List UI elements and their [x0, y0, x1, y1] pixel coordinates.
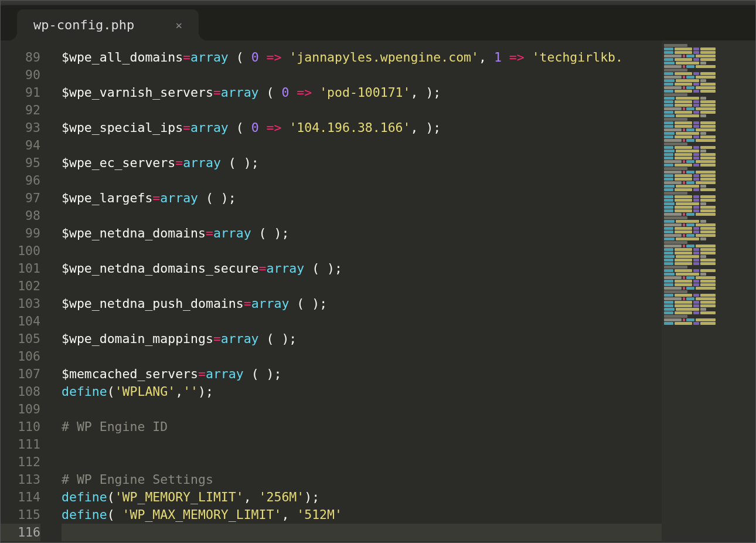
minimap-row [664, 301, 753, 304]
minimap-row [664, 107, 753, 110]
minimap-row [664, 202, 753, 205]
minimap-row [664, 318, 753, 321]
line-number: 105 [1, 330, 40, 348]
minimap-row [664, 220, 753, 223]
minimap-row [664, 114, 753, 117]
minimap-row [664, 93, 753, 96]
code-line[interactable] [62, 401, 662, 418]
minimap-row [664, 135, 753, 138]
code-line[interactable] [62, 313, 662, 330]
minimap-row [664, 164, 753, 167]
minimap-row [664, 273, 753, 276]
minimap-row [664, 192, 753, 195]
code-line[interactable]: define( 'WP_MAX_MEMORY_LIMIT', '512M' [62, 506, 662, 524]
minimap-row [664, 121, 753, 124]
minimap-row [664, 216, 753, 219]
code-line[interactable]: # WP Engine Settings [62, 471, 662, 488]
code-line[interactable]: # WP Engine ID [62, 418, 662, 436]
editor-container: 8990919293949596979899100101102103104105… [1, 40, 755, 542]
minimap[interactable] [662, 40, 755, 542]
minimap-row [664, 97, 753, 100]
line-number: 89 [1, 49, 40, 66]
code-line[interactable]: $memcached_servers=array ( ); [62, 365, 662, 383]
minimap-row [664, 65, 753, 68]
minimap-row [664, 128, 753, 131]
line-number: 114 [1, 488, 40, 506]
minimap-row [664, 76, 753, 79]
minimap-row [664, 171, 753, 174]
code-line[interactable]: $wpe_netdna_domains_secure=array ( ); [62, 260, 662, 277]
line-number: 104 [1, 313, 40, 330]
code-line[interactable] [62, 207, 662, 225]
code-line[interactable] [62, 137, 662, 154]
minimap-row [664, 142, 753, 145]
code-line[interactable]: define('WP_MEMORY_LIMIT', '256M'); [62, 488, 662, 506]
minimap-row [664, 248, 753, 251]
minimap-row [664, 255, 753, 258]
minimap-row [664, 90, 753, 93]
code-line[interactable]: $wpe_special_ips=array ( 0 => '104.196.3… [62, 119, 662, 137]
line-number-gutter: 8990919293949596979899100101102103104105… [1, 49, 49, 542]
code-line[interactable]: $wpe_varnish_servers=array ( 0 => 'pod-1… [62, 84, 662, 101]
minimap-row [664, 51, 753, 54]
line-number: 100 [1, 242, 40, 260]
line-number: 110 [1, 418, 40, 436]
code-line[interactable]: $wpe_largefs=array ( ); [62, 189, 662, 207]
code-area[interactable]: $wpe_all_domains=array ( 0 => 'jannapyle… [49, 49, 662, 542]
code-line[interactable] [62, 436, 662, 453]
code-line[interactable] [62, 242, 662, 260]
minimap-row [664, 118, 753, 121]
code-line[interactable] [62, 66, 662, 84]
line-number: 99 [1, 225, 40, 242]
minimap-row [664, 146, 753, 149]
code-line[interactable] [62, 277, 662, 295]
minimap-row [664, 174, 753, 177]
minimap-row [664, 237, 753, 240]
line-number: 108 [1, 383, 40, 401]
minimap-row [664, 199, 753, 202]
line-number: 113 [1, 471, 40, 488]
minimap-row [664, 287, 753, 290]
minimap-row [664, 132, 753, 135]
code-line[interactable]: define('WPLANG',''); [62, 383, 662, 401]
file-tab[interactable]: wp-config.php × [17, 9, 199, 40]
line-number: 95 [1, 154, 40, 172]
minimap-row [664, 72, 753, 75]
minimap-row [664, 139, 753, 142]
code-line[interactable] [62, 101, 662, 119]
line-number: 106 [1, 348, 40, 365]
minimap-row [664, 44, 753, 47]
line-number: 111 [1, 436, 40, 453]
line-number: 96 [1, 172, 40, 189]
tab-title: wp-config.php [33, 18, 134, 32]
code-editor[interactable]: 8990919293949596979899100101102103104105… [1, 40, 662, 542]
code-line[interactable] [62, 172, 662, 189]
minimap-row [664, 311, 753, 314]
minimap-row [664, 322, 753, 325]
code-line[interactable]: $wpe_ec_servers=array ( ); [62, 154, 662, 172]
code-line[interactable]: $wpe_netdna_domains=array ( ); [62, 225, 662, 242]
minimap-row [664, 241, 753, 244]
code-line[interactable] [62, 348, 662, 365]
minimap-row [664, 297, 753, 300]
minimap-row [664, 83, 753, 86]
minimap-row [664, 245, 753, 247]
minimap-row [664, 111, 753, 114]
code-line[interactable]: $wpe_domain_mappings=array ( ); [62, 330, 662, 348]
minimap-row [664, 259, 753, 262]
line-number: 92 [1, 101, 40, 119]
code-line[interactable] [62, 453, 662, 471]
line-number: 97 [1, 189, 40, 207]
minimap-row [664, 195, 753, 198]
minimap-row [664, 294, 753, 297]
close-icon[interactable]: × [175, 18, 182, 32]
minimap-row [664, 230, 753, 233]
line-number: 116 [1, 524, 40, 541]
code-line[interactable]: $wpe_all_domains=array ( 0 => 'jannapyle… [62, 49, 662, 66]
code-line[interactable] [62, 524, 662, 541]
minimap-row [664, 62, 753, 65]
code-line[interactable]: $wpe_netdna_push_domains=array ( ); [62, 295, 662, 313]
minimap-row [664, 69, 753, 72]
line-number: 91 [1, 84, 40, 101]
minimap-row [664, 283, 753, 286]
